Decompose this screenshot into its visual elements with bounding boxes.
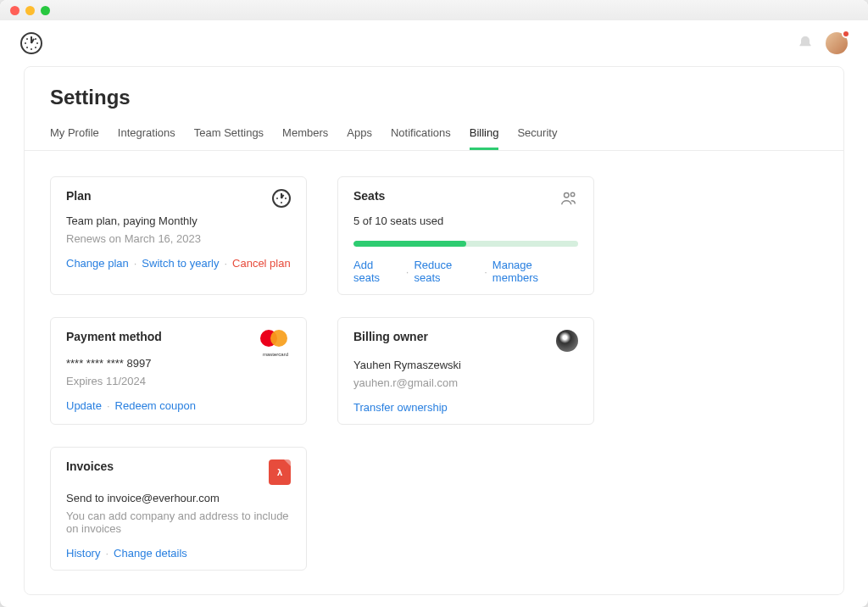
tab-members[interactable]: Members [282,121,328,150]
settings-panel: Settings My Profile Integrations Team Se… [24,66,844,595]
tab-notifications[interactable]: Notifications [391,121,451,150]
plan-card: Plan Team plan, paying Monthly Renews on… [50,176,307,295]
tab-integrations[interactable]: Integrations [118,121,175,150]
browser-frame: Settings My Profile Integrations Team Se… [0,0,868,607]
tab-my-profile[interactable]: My Profile [50,121,99,150]
notification-icon[interactable] [797,35,814,52]
plan-icon [272,189,291,208]
change-details-link[interactable]: Change details [114,547,187,560]
owner-card-title: Billing owner [353,330,428,343]
seats-progress [353,241,578,247]
invoice-note: You can add company and address to inclu… [66,510,291,535]
app-header [0,20,868,66]
seats-icon [559,189,578,208]
owner-name: Yauhen Rymaszewski [353,359,578,371]
owner-email: yauhen.r@gmail.com [353,376,578,389]
user-avatar[interactable] [826,32,848,54]
plan-description: Team plan, paying Monthly [66,214,291,227]
settings-tabs: My Profile Integrations Team Settings Me… [25,116,843,151]
window-close-dot[interactable] [10,6,19,15]
invoice-history-link[interactable]: History [66,547,100,560]
redeem-coupon-link[interactable]: Redeem coupon [115,399,196,412]
payment-actions: Update · Redeem coupon [66,399,291,412]
change-plan-link[interactable]: Change plan [66,257,129,270]
tab-security[interactable]: Security [517,121,557,150]
window-min-dot[interactable] [25,6,35,15]
window-titlebar [0,0,868,20]
header-right [797,32,848,54]
window-max-dot[interactable] [41,6,50,15]
page-body: Settings My Profile Integrations Team Se… [0,66,868,607]
seats-card-title: Seats [353,189,385,203]
invoices-card: Invoices λ Send to invoice@everhour.com … [50,447,307,571]
billing-cards-grid: Plan Team plan, paying Monthly Renews on… [25,151,843,571]
svg-point-0 [565,193,570,198]
reduce-seats-link[interactable]: Reduce seats [414,259,479,284]
svg-point-1 [570,192,574,196]
plan-actions: Change plan · Switch to yearly · Cancel … [66,257,291,270]
page-title: Settings [25,86,843,116]
card-number-masked: **** **** **** 8997 [66,357,291,370]
cancel-plan-link[interactable]: Cancel plan [232,257,291,270]
seats-card: Seats 5 of 10 seats used Add seats · Red… [337,176,594,295]
transfer-ownership-link[interactable]: Transfer ownership [353,401,448,414]
update-payment-link[interactable]: Update [66,399,102,412]
mastercard-icon: mastercard [260,330,291,350]
tab-team-settings[interactable]: Team Settings [194,121,264,150]
manage-members-link[interactable]: Manage members [492,259,578,284]
card-expiry: Expires 11/2024 [66,375,291,387]
plan-renewal: Renews on March 16, 2023 [66,232,291,245]
tab-apps[interactable]: Apps [347,121,372,150]
owner-avatar [556,330,578,352]
owner-actions: Transfer ownership [353,401,578,414]
payment-card-title: Payment method [66,330,162,343]
billing-owner-card: Billing owner Yauhen Rymaszewski yauhen.… [337,317,594,425]
invoice-email: Send to invoice@everhour.com [66,492,291,504]
seats-progress-bar [353,241,466,247]
tab-billing[interactable]: Billing [470,121,499,150]
switch-yearly-link[interactable]: Switch to yearly [142,257,219,270]
payment-card: Payment method mastercard **** **** ****… [50,317,307,425]
plan-card-title: Plan [66,189,92,203]
invoices-actions: History · Change details [66,547,291,560]
pdf-icon: λ [269,459,291,485]
app-logo-icon[interactable] [20,32,42,54]
add-seats-link[interactable]: Add seats [353,259,401,284]
invoices-card-title: Invoices [66,459,114,473]
seats-actions: Add seats · Reduce seats · Manage member… [353,259,578,284]
seats-used-text: 5 of 10 seats used [353,214,578,227]
